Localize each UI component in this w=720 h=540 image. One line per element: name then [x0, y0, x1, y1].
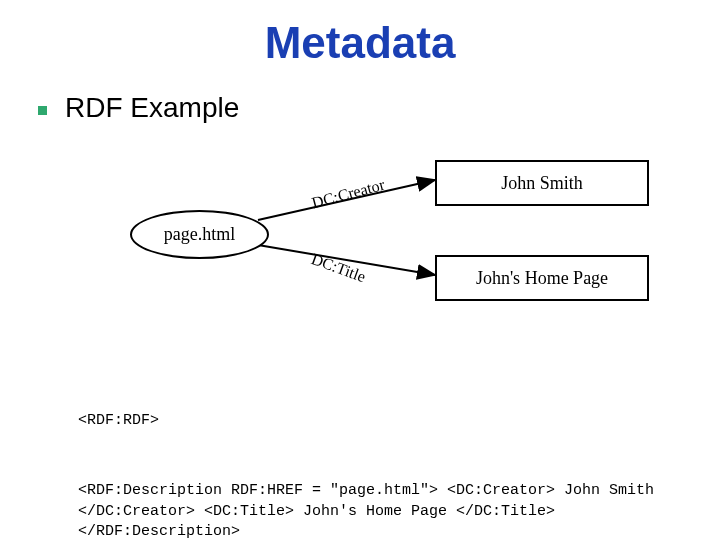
- node-subject-ellipse: page.html: [130, 210, 269, 259]
- slide: Metadata RDF Example page.html DC:Creato…: [0, 0, 720, 540]
- slide-title: Metadata: [0, 18, 720, 68]
- code-block: <RDF:RDF> <RDF:Description RDF:HREF = "p…: [78, 370, 658, 540]
- bullet-row: RDF Example: [38, 92, 239, 124]
- rdf-diagram: page.html DC:Creator DC:Title John Smith…: [90, 155, 650, 355]
- node-title-box: John's Home Page: [435, 255, 649, 301]
- node-creator-box: John Smith: [435, 160, 649, 206]
- node-creator-label: John Smith: [501, 173, 583, 194]
- code-open: <RDF:RDF>: [78, 411, 658, 431]
- bullet-text: RDF Example: [65, 92, 239, 124]
- node-title-label: John's Home Page: [476, 268, 608, 289]
- node-subject-label: page.html: [164, 224, 235, 245]
- code-body: <RDF:Description RDF:HREF = "page.html">…: [78, 481, 658, 540]
- bullet-square-icon: [38, 106, 47, 115]
